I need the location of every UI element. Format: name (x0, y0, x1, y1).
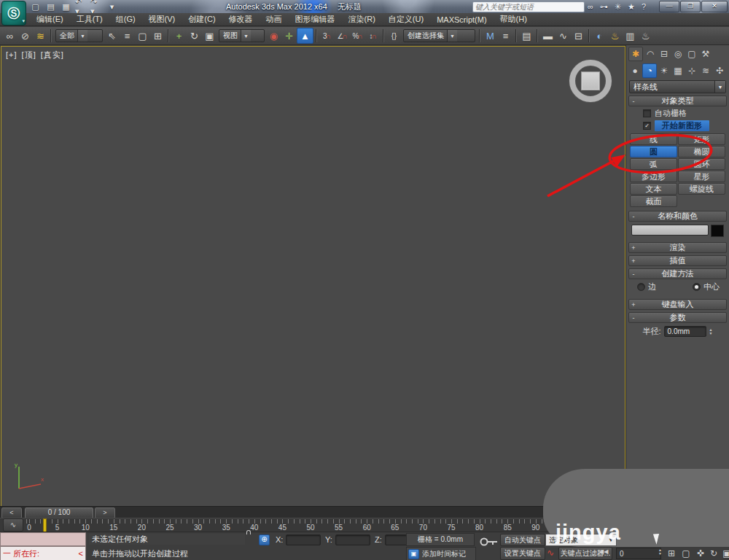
mirror-icon[interactable]: M (483, 28, 498, 43)
radius-spinner[interactable]: ▲▼ (709, 328, 713, 335)
zoom-region-icon-icon[interactable]: ▢ (679, 547, 693, 559)
center-radio[interactable] (693, 283, 701, 291)
edit-named-selection-sets-icon[interactable]: {} (386, 28, 402, 43)
render-setup-icon[interactable]: ♨ (607, 28, 623, 43)
menu-自定义(U)[interactable]: 自定义(U) (383, 13, 429, 26)
bind-to-space-warp-icon[interactable]: ≋ (33, 28, 48, 43)
rollout-rendering-header[interactable]: + 渲染 (628, 242, 727, 253)
shape-button-螺旋线[interactable]: 螺旋线 (678, 183, 725, 195)
select-and-move-icon[interactable]: + (171, 28, 187, 43)
select-and-rotate-icon[interactable]: ↻ (187, 28, 202, 43)
maximize-button[interactable]: ❐ (680, 1, 701, 12)
menu-图形编辑器[interactable]: 图形编辑器 (289, 13, 341, 26)
menu-渲染(R)[interactable]: 渲染(R) (343, 13, 381, 26)
subtab-lights[interactable]: ☀ (658, 64, 671, 77)
tab-motion[interactable]: ◎ (671, 47, 685, 61)
quick-access-more-icon[interactable]: ▾ (106, 1, 118, 12)
subtab-shapes[interactable]: ◔ (642, 63, 657, 78)
curve-editor-icon[interactable]: ∿ (555, 28, 571, 43)
auto-key-button[interactable]: 自动关键点 (500, 534, 545, 546)
undo-icon[interactable]: ↶ ▾ (75, 1, 87, 12)
rollout-keyboard-entry-header[interactable]: + 键盘输入 (628, 299, 727, 310)
search-input[interactable] (472, 1, 585, 12)
rollout-object-type-header[interactable]: - 对象类型 (628, 96, 727, 106)
viewport-general-menu[interactable]: [+] (6, 50, 17, 59)
edge-radio[interactable] (637, 283, 645, 291)
open-file-icon[interactable]: ▤ (44, 1, 57, 12)
selection-filter-dropdown[interactable]: 全部▼ (55, 29, 103, 42)
reference-coordinate-system-dropdown[interactable]: 视图▼ (219, 29, 265, 42)
start-new-shape-checkbox[interactable]: ✓ (643, 122, 651, 130)
key-mode-toggle-icon[interactable]: ⊞ (665, 547, 678, 559)
redo-icon[interactable]: ↷ ▾ (90, 1, 103, 12)
radius-input[interactable]: 0.0mm (664, 326, 706, 337)
rollout-parameters-header[interactable]: - 参数 (628, 312, 727, 323)
schematic-view-icon[interactable]: ⊟ (571, 28, 586, 43)
x-coordinate-field[interactable] (286, 534, 321, 545)
keyboard-shortcut-override-toggle-icon[interactable]: ▲ (297, 28, 313, 44)
viewport-shading-menu[interactable]: [真实] (41, 50, 64, 59)
new-scene-icon[interactable]: ▢ (29, 1, 42, 12)
viewport-pov-menu[interactable]: [顶] (22, 50, 36, 59)
go-to-start-button[interactable]: |◀◀ (598, 548, 608, 555)
previous-frame-button[interactable]: < (1, 508, 22, 518)
maxscript-mini-listener[interactable]: 一 所在行: < (0, 546, 86, 560)
menu-创建(C)[interactable]: 创建(C) (182, 13, 221, 26)
use-pivot-point-center-icon[interactable]: ◉ (266, 28, 281, 43)
menu-视图(V)[interactable]: 视图(V) (143, 13, 182, 26)
close-button[interactable]: ✕ (701, 1, 728, 12)
orbit-view-icon-icon[interactable]: ↻ (707, 547, 720, 559)
menu-工具(T)[interactable]: 工具(T) (71, 13, 109, 26)
search-icon[interactable]: ∞ (588, 2, 593, 11)
rollout-interpolation-header[interactable]: + 插值 (628, 255, 727, 266)
tab-create[interactable]: ✱ (628, 47, 643, 61)
mini-curve-editor-button[interactable]: ∿ (3, 518, 23, 532)
named-selection-sets-dropdown[interactable]: 创建选择集▼ (403, 29, 475, 42)
shape-button-文本[interactable]: 文本 (630, 183, 677, 195)
next-frame-button[interactable]: > (95, 508, 115, 518)
viewcube[interactable] (569, 60, 612, 102)
unlink-selection-icon[interactable]: ⊘ (17, 28, 33, 43)
shape-button-线[interactable]: 线 (630, 133, 677, 145)
shape-button-椭圆[interactable]: 椭圆 (678, 146, 725, 158)
y-coordinate-field[interactable] (335, 534, 370, 545)
shape-button-弧[interactable]: 弧 (630, 158, 677, 170)
shape-button-矩形[interactable]: 矩形 (678, 133, 725, 145)
menu-帮助(H)[interactable]: 帮助(H) (494, 13, 533, 26)
maximize-viewport-toggle-icon[interactable]: ▣ (720, 547, 729, 559)
auto-key-icon[interactable] (478, 536, 500, 548)
save-file-icon[interactable]: ▦ (60, 1, 72, 12)
object-name-input[interactable] (631, 225, 709, 236)
menu-编辑(E)[interactable]: 编辑(E) (31, 13, 69, 26)
subtab-cameras[interactable]: ▦ (671, 64, 685, 77)
current-frame-marker[interactable] (43, 518, 47, 532)
minimize-button[interactable]: — (659, 1, 679, 12)
viewcube-top-face[interactable] (581, 71, 600, 90)
current-frame-field[interactable]: 0 (616, 548, 661, 559)
time-slider-handle[interactable]: 0 / 100 (25, 508, 93, 518)
rollout-name-color-header[interactable]: - 名称和颜色 (628, 211, 727, 222)
select-and-manipulate-icon[interactable]: ✛ (281, 28, 297, 43)
help-icon[interactable]: ? (642, 2, 646, 11)
communication-center-icon[interactable]: ✳ (615, 2, 621, 12)
set-key-filters-icon[interactable]: ∿ (547, 548, 554, 558)
shape-button-圆环[interactable]: 圆环 (678, 158, 725, 170)
shape-button-星形[interactable]: 星形 (678, 171, 725, 182)
favorites-star-icon[interactable]: ★ (628, 2, 635, 12)
angle-snap-toggle-icon[interactable]: ∠∩ (335, 28, 350, 43)
object-color-swatch[interactable] (711, 225, 724, 237)
tab-hierarchy[interactable]: ⊟ (658, 47, 671, 61)
shape-category-dropdown[interactable]: 样条线 ▼ (629, 80, 726, 93)
select-and-link-icon[interactable]: ∞ (2, 28, 17, 43)
shape-button-圆[interactable]: 圆 (630, 146, 677, 158)
set-key-button[interactable]: 设置关键点 (500, 547, 545, 560)
subtab-systems[interactable]: ✣ (713, 64, 726, 77)
shape-button-截面[interactable]: 截面 (630, 195, 677, 207)
select-by-name-icon[interactable]: ≡ (120, 28, 135, 43)
absolute-mode-toggle-icon[interactable]: ⊕ (259, 534, 270, 545)
menu-组(G)[interactable]: 组(G) (110, 13, 141, 26)
frame-spinner[interactable]: ▲▼ (658, 548, 662, 556)
pan-view-icon-icon[interactable]: ✜ (694, 547, 707, 559)
graphite-ribbon-toggle-icon[interactable]: ▬ (540, 28, 555, 43)
spinner-snap-toggle-icon[interactable]: ↕∩ (365, 28, 381, 43)
